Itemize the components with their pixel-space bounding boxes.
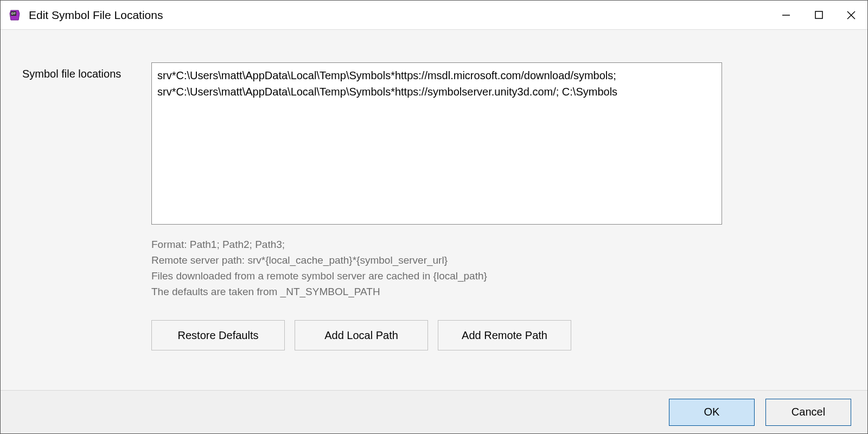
help-line: The defaults are taken from _NT_SYMBOL_P…	[151, 284, 846, 299]
window-title: Edit Symbol File Locations	[29, 9, 163, 22]
action-buttons: Restore Defaults Add Local Path Add Remo…	[151, 320, 846, 350]
add-local-path-button[interactable]: Add Local Path	[295, 320, 428, 350]
restore-defaults-button[interactable]: Restore Defaults	[151, 320, 285, 350]
ok-button[interactable]: OK	[669, 399, 755, 426]
titlebar: DT Edit Symbol File Locations	[1, 1, 867, 30]
close-button[interactable]	[835, 1, 867, 30]
locations-label: Symbol file locations	[22, 62, 151, 80]
add-remote-path-button[interactable]: Add Remote Path	[438, 320, 571, 350]
help-line: Remote server path: srv*{local_cache_pat…	[151, 252, 846, 268]
help-line: Files downloaded from a remote symbol se…	[151, 268, 846, 284]
dialog-content: Symbol file locations Format: Path1; Pat…	[1, 30, 867, 390]
cancel-button[interactable]: Cancel	[765, 399, 851, 426]
minimize-button[interactable]	[770, 1, 802, 30]
app-icon: DT	[8, 9, 21, 22]
minimize-icon	[782, 11, 790, 20]
help-text: Format: Path1; Path2; Path3; Remote serv…	[151, 237, 846, 299]
maximize-button[interactable]	[802, 1, 835, 30]
dialog-footer: OK Cancel	[1, 390, 867, 433]
locations-textarea[interactable]	[151, 62, 722, 225]
svg-rect-3	[815, 11, 822, 18]
svg-text:DT: DT	[11, 12, 16, 15]
maximize-icon	[815, 11, 823, 19]
help-line: Format: Path1; Path2; Path3;	[151, 237, 846, 252]
close-icon	[847, 11, 856, 20]
